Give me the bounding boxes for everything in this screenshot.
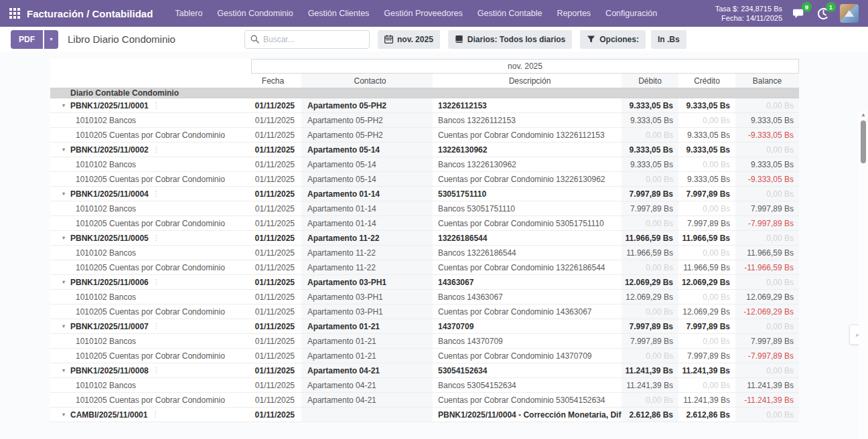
row-label-cell: 1010102 Bancos [50,290,251,304]
expand-caret-icon[interactable]: ▾ [62,412,70,418]
menu-configuracion[interactable]: Configuración [598,0,664,27]
table-row[interactable]: ▾ PBNK1/2025/11/0007 ⋮ 01/11/2025 Aparta… [50,319,799,334]
menu-tablero[interactable]: Tablero [167,0,210,27]
row-contact: Apartamento 05-14 [301,143,433,157]
book-icon [455,35,463,43]
row-credit: 9.333,05 Bs [678,128,735,142]
expand-caret-icon[interactable]: ▾ [62,102,70,108]
kebab-menu-icon[interactable]: ⋮ [153,234,160,242]
row-credit: 7.997,89 Bs [678,187,735,201]
row-date: 01/11/2025 [251,393,301,407]
table-row[interactable]: ▾ PBNK1/2025/11/0004 ⋮ 01/11/2025 Aparta… [50,187,799,201]
kebab-menu-icon[interactable]: ⋮ [153,145,160,154]
row-label: 1010205 Cuentas por Cobrar Condominio [76,130,225,140]
row-date: 01/11/2025 [251,216,301,230]
row-description: Bancos 14370709 [433,334,622,348]
row-credit: 0,00 Bs [678,246,735,260]
row-label: CAMBI/2025/11/0001 [70,410,147,420]
row-debit: 7.997,89 Bs [622,187,678,201]
expand-caret-icon[interactable]: ▾ [62,147,70,153]
row-label: PBNK1/2025/11/0005 [70,234,149,243]
row-description: Bancos 53051751110 [433,201,622,215]
menu-gestion-contable[interactable]: Gestión Contable [470,0,550,27]
pdf-dropdown-caret[interactable]: ▾ [44,30,58,49]
table-row[interactable]: 1010205 Cuentas por Cobrar Condominio 01… [50,349,799,363]
table-row[interactable]: 1010205 Cuentas por Cobrar Condominio 01… [50,172,799,187]
options-filter-label: Opciones: [599,35,639,44]
table-row[interactable]: 1010102 Bancos 01/11/2025 Apartamento 05… [50,157,799,172]
kebab-menu-icon[interactable]: ⋮ [153,278,160,286]
options-filter-button[interactable]: Opciones: [580,30,646,49]
expand-caret-icon[interactable]: ▾ [62,191,70,197]
row-debit: 11.966,59 Bs [622,231,678,245]
table-row[interactable]: 1010102 Bancos 01/11/2025 Apartamento 05… [50,113,799,128]
navbar-right: Tasa $: 234,8715 Bs Fecha: 14/11/2025 9 … [715,4,861,23]
row-label-cell: 1010205 Cuentas por Cobrar Condominio [50,172,251,186]
app-title[interactable]: Facturación / Contabilidad [27,8,153,19]
table-row[interactable]: 1010205 Cuentas por Cobrar Condominio 01… [50,260,799,275]
kebab-menu-icon[interactable]: ⋮ [153,366,160,375]
period-filter-button[interactable]: nov. 2025 [378,30,440,49]
row-label-cell: 1010205 Cuentas por Cobrar Condominio [50,128,251,142]
header-spacer [50,74,251,88]
row-label: PBNK1/2025/11/0002 [70,145,149,155]
table-row[interactable]: ▾ PBNK1/2025/11/0005 ⋮ 01/11/2025 Aparta… [50,231,799,246]
messages-button[interactable]: 9 [792,6,806,21]
expand-caret-icon[interactable]: ▾ [62,367,70,373]
kebab-menu-icon[interactable]: ⋮ [153,101,160,110]
table-row[interactable]: 1010102 Bancos 01/11/2025 Apartamento 03… [50,290,799,304]
row-date: 01/11/2025 [251,334,301,348]
kebab-menu-icon[interactable]: ⋮ [153,322,160,331]
expand-caret-icon[interactable]: ▾ [62,235,70,241]
journals-filter-button[interactable]: Diarios: Todos los diarios [448,30,572,49]
table-row[interactable]: 1010102 Bancos 01/11/2025 Apartamento 01… [50,334,799,349]
row-credit: 11.241,39 Bs [678,363,735,377]
vertical-scrollbar[interactable]: ▲ ▼ [859,110,868,439]
table-row[interactable]: 1010205 Cuentas por Cobrar Condominio 01… [50,128,799,143]
search-input[interactable] [263,35,364,44]
user-avatar[interactable] [840,4,859,23]
row-debit: 0,00 Bs [622,216,678,230]
activities-button[interactable]: 1 [816,6,830,21]
table-row[interactable]: ▾ PBNK1/2025/11/0008 ⋮ 01/11/2025 Aparta… [50,363,799,378]
menu-gestion-condominio[interactable]: Gestión Condominio [210,0,300,27]
row-description [433,88,622,98]
apps-grid-icon[interactable] [9,8,20,19]
table-row[interactable]: 1010205 Cuentas por Cobrar Condominio 01… [50,304,799,319]
row-label: 1010102 Bancos [76,292,136,302]
kebab-menu-icon[interactable]: ⋮ [151,410,159,419]
table-row[interactable]: 1010205 Cuentas por Cobrar Condominio 01… [50,216,799,231]
row-credit: 11.966,59 Bs [678,231,735,245]
pdf-button[interactable]: PDF [11,30,43,49]
table-row[interactable]: ▾ CAMBI/2025/11/0001 ⋮ 01/11/2025 PBNK1/… [50,408,799,422]
table-row[interactable]: ▾ PBNK1/2025/11/0001 ⋮ 01/11/2025 Aparta… [50,98,799,113]
row-contact [301,408,433,422]
row-contact: Apartamento 05-PH2 [301,128,433,142]
scrollbar-thumb[interactable] [861,120,866,163]
row-label: 1010205 Cuentas por Cobrar Condominio [76,351,225,361]
table-row[interactable]: Diario Contable Condominio [50,88,799,98]
period-filter-label: nov. 2025 [397,35,433,44]
menu-reportes[interactable]: Reportes [549,0,598,27]
table-row[interactable]: 1010102 Bancos 01/11/2025 Apartamento 04… [50,378,799,393]
scroll-up-arrow[interactable]: ▲ [859,112,868,118]
table-row[interactable]: 1010102 Bancos 01/11/2025 Apartamento 11… [50,246,799,260]
table-row[interactable]: 1010205 Cuentas por Cobrar Condominio 01… [50,393,799,408]
row-balance [735,88,799,98]
row-label-cell: ▾ PBNK1/2025/11/0001 ⋮ [50,98,251,112]
menu-gestion-clientes[interactable]: Gestión Clientes [301,0,377,27]
table-row[interactable]: 1010102 Bancos 01/11/2025 Apartamento 01… [50,201,799,216]
row-contact: Apartamento 01-14 [301,201,433,215]
report-content-area: nov. 2025 Fecha Contacto Descripción Déb… [0,52,868,439]
expand-caret-icon[interactable]: ▾ [62,323,70,329]
table-row[interactable]: ▾ PBNK1/2025/11/0006 ⋮ 01/11/2025 Aparta… [50,275,799,290]
currency-toggle-button[interactable]: In .Bs [651,30,686,49]
menu-gestion-proveedores[interactable]: Gestión Proveedores [376,0,469,27]
messages-badge: 9 [802,2,812,12]
table-row[interactable]: ▾ PBNK1/2025/11/0002 ⋮ 01/11/2025 Aparta… [50,143,799,157]
kebab-menu-icon[interactable]: ⋮ [153,189,160,198]
row-description: Cuentas por Cobrar Condominio 5305175111… [433,216,622,230]
row-label-cell: 1010205 Cuentas por Cobrar Condominio [50,349,251,363]
expand-caret-icon[interactable]: ▾ [62,279,70,285]
row-credit [678,88,735,98]
